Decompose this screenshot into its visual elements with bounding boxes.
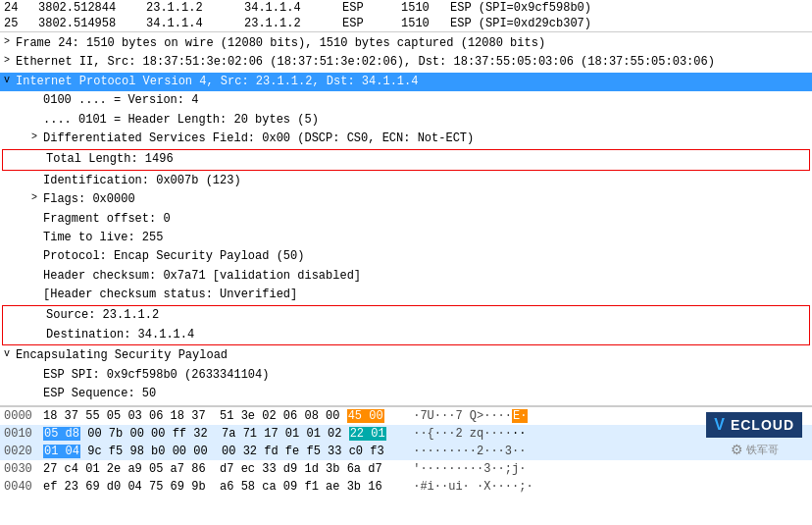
hex-offset: 0040 — [4, 478, 43, 496]
watermark-area: V ECLOUD ⚙ 铁军哥 — [706, 412, 802, 457]
packet-len: 1510 — [401, 17, 450, 30]
hex-ascii: ·7U···7 Q>····E· — [406, 407, 543, 425]
hex-bytes: 27 c4 01 2e a9 05 a7 86 d7 ec 33 d9 1d 3… — [43, 460, 406, 478]
detail-version: 0100 .... = Version: 4 — [0, 91, 812, 110]
hex-offset: 0030 — [4, 460, 43, 478]
expand-icon[interactable]: > — [4, 54, 16, 69]
detail-identification: Identification: 0x007b (123) — [0, 172, 812, 190]
hex-ascii: ·#i··ui· ·X····;· — [406, 478, 543, 496]
detail-diff-services[interactable]: > Differentiated Services Field: 0x00 (D… — [0, 130, 812, 148]
hex-bytes: 05 d8 00 7b 00 00 ff 32 7a 71 17 01 01 0… — [43, 425, 406, 443]
hex-offset: 0010 — [4, 425, 43, 443]
detail-checksum: Header checksum: 0x7a71 [validation disa… — [0, 267, 812, 286]
expand-icon[interactable]: v — [4, 347, 16, 362]
hex-row-0030: 0030 27 c4 01 2e a9 05 a7 86 d7 ec 33 d9… — [0, 460, 812, 478]
detail-text: Ethernet II, Src: 18:37:51:3e:02:06 (18:… — [16, 54, 808, 71]
packet-no: 24 — [4, 1, 38, 15]
packet-src: 23.1.1.2 — [146, 1, 244, 15]
watermark-text: ⚙ 铁军哥 — [731, 442, 779, 457]
logo-text: ECLOUD — [731, 417, 794, 433]
hex-ascii: ·········2···3·· — [406, 443, 543, 460]
detail-text: Differentiated Services Field: 0x00 (DSC… — [43, 131, 808, 147]
detail-ttl: Time to live: 255 — [0, 229, 812, 247]
detail-text: .... 0101 = Header Length: 20 bytes (5) — [43, 112, 808, 129]
packet-info: ESP (SPI=0xd29cb307) — [450, 17, 808, 30]
packet-info: ESP (SPI=0x9cf598b0) — [450, 1, 808, 15]
packet-dst: 34.1.1.4 — [244, 1, 342, 15]
detail-total-length: Total Length: 1496 — [2, 149, 810, 170]
detail-text: Encapsulating Security Payload — [16, 347, 808, 364]
watermark-label: 铁军哥 — [746, 443, 779, 457]
detail-text: Destination: 34.1.1.4 — [46, 327, 805, 343]
detail-fragment-offset: Fragment offset: 0 — [0, 210, 812, 229]
detail-header-length: .... 0101 = Header Length: 20 bytes (5) — [0, 111, 812, 130]
hex-offset: 0020 — [4, 443, 43, 460]
packet-time: 3802.514958 — [38, 17, 146, 30]
packet-len: 1510 — [401, 1, 450, 15]
detail-esp-spi: ESP SPI: 0x9cf598b0 (2633341104) — [0, 366, 812, 385]
expand-icon[interactable]: > — [31, 131, 43, 145]
packet-row-25[interactable]: 25 3802.514958 34.1.1.4 23.1.1.2 ESP 151… — [0, 16, 812, 31]
gear-icon: ⚙ — [731, 442, 743, 457]
hex-ascii: ··{···2 zq······ — [406, 425, 543, 443]
detail-text: Protocol: Encap Security Payload (50) — [43, 248, 808, 265]
detail-ip[interactable]: v Internet Protocol Version 4, Src: 23.1… — [0, 73, 812, 91]
expand-icon[interactable]: > — [31, 191, 43, 206]
detail-protocol: Protocol: Encap Security Payload (50) — [0, 247, 812, 266]
packet-src: 34.1.1.4 — [146, 17, 244, 30]
packet-dst: 23.1.1.2 — [244, 17, 342, 30]
detail-flags[interactable]: > Flags: 0x0000 — [0, 190, 812, 209]
detail-text: Fragment offset: 0 — [43, 211, 808, 228]
detail-checksum-status: [Header checksum status: Unverified] — [0, 286, 812, 304]
detail-ethernet[interactable]: > Ethernet II, Src: 18:37:51:3e:02:06 (1… — [0, 53, 812, 72]
hex-row-0010: 0010 05 d8 00 7b 00 00 ff 32 7a 71 17 01… — [0, 425, 812, 443]
detail-source: Source: 23.1.1.2 — [2, 305, 810, 325]
detail-text: ESP SPI: 0x9cf598b0 (2633341104) — [43, 367, 808, 384]
detail-text: Time to live: 255 — [43, 230, 808, 246]
detail-text: Frame 24: 1510 bytes on wire (12080 bits… — [16, 35, 808, 52]
hex-bytes: 18 37 55 05 03 06 18 37 51 3e 02 06 08 0… — [43, 407, 406, 425]
packet-no: 25 — [4, 17, 38, 30]
hex-ascii: '·········3··;j· — [406, 460, 543, 478]
detail-text: Total Length: 1496 — [46, 151, 805, 168]
hex-bytes: ef 23 69 d0 04 75 69 9b a6 58 ca 09 f1 a… — [43, 478, 406, 496]
hex-row-0000: 0000 18 37 55 05 03 06 18 37 51 3e 02 06… — [0, 407, 812, 425]
packet-proto: ESP — [342, 17, 401, 30]
packet-row-24[interactable]: 24 3802.512844 23.1.1.2 34.1.1.4 ESP 151… — [0, 0, 812, 16]
expand-icon[interactable]: > — [4, 35, 16, 50]
hex-bytes: 01 04 9c f5 98 b0 00 00 00 32 fd fe f5 3… — [43, 443, 406, 460]
detail-esp[interactable]: v Encapsulating Security Payload — [0, 346, 812, 365]
expand-icon[interactable]: v — [4, 74, 16, 88]
detail-text: 0100 .... = Version: 4 — [43, 92, 808, 109]
detail-frame[interactable]: > Frame 24: 1510 bytes on wire (12080 bi… — [0, 34, 812, 53]
packet-time: 3802.512844 — [38, 1, 146, 15]
detail-text: Header checksum: 0x7a71 [validation disa… — [43, 268, 808, 285]
logo-v-icon: V — [714, 416, 726, 433]
logo-box: V ECLOUD — [706, 412, 802, 438]
hex-dump-section: 0000 18 37 55 05 03 06 18 37 51 3e 02 06… — [0, 406, 812, 496]
detail-text: Internet Protocol Version 4, Src: 23.1.1… — [16, 74, 808, 90]
detail-text: ESP Sequence: 50 — [43, 386, 808, 402]
detail-text: [Header checksum status: Unverified] — [43, 287, 808, 303]
packet-list: 24 3802.512844 23.1.1.2 34.1.1.4 ESP 151… — [0, 0, 812, 32]
hex-row-0020: 0020 01 04 9c f5 98 b0 00 00 00 32 fd fe… — [0, 443, 812, 460]
hex-row-0040: 0040 ef 23 69 d0 04 75 69 9b a6 58 ca 09… — [0, 478, 812, 496]
packet-detail: > Frame 24: 1510 bytes on wire (12080 bi… — [0, 32, 812, 406]
hex-offset: 0000 — [4, 407, 43, 425]
detail-destination: Destination: 34.1.1.4 — [2, 326, 810, 345]
detail-text: Flags: 0x0000 — [43, 191, 808, 208]
detail-esp-seq: ESP Sequence: 50 — [0, 385, 812, 403]
detail-text: Source: 23.1.1.2 — [46, 307, 805, 324]
packet-proto: ESP — [342, 1, 401, 15]
detail-text: Identification: 0x007b (123) — [43, 173, 808, 189]
